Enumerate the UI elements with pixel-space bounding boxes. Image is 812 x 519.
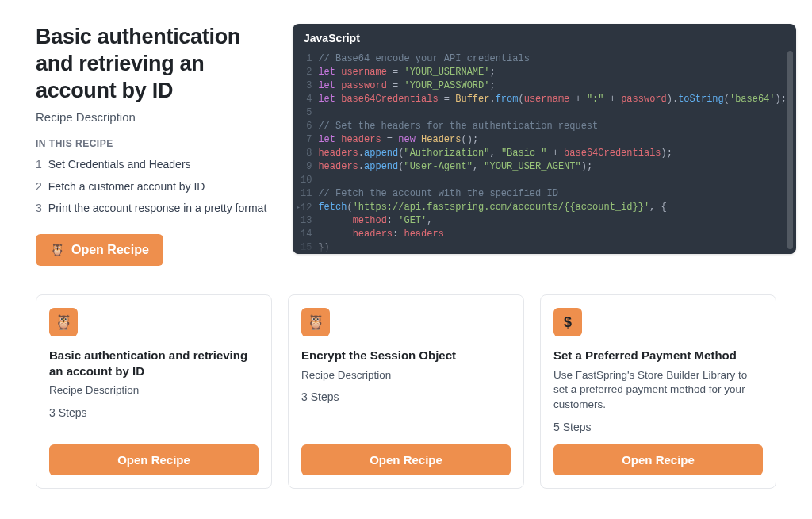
owl-icon: 🦉 (49, 308, 78, 336)
card-steps: 3 Steps (301, 390, 511, 403)
owl-icon: 🦉 (50, 243, 65, 257)
card-title: Basic authentication and retrieving an a… (49, 348, 259, 379)
card-title: Set a Preferred Payment Method (553, 348, 763, 363)
step-number: 1 (36, 157, 42, 173)
card-description: Recipe Description (301, 368, 511, 383)
card-steps: 5 Steps (553, 421, 763, 433)
card-steps: 3 Steps (49, 406, 259, 419)
step-label: Fetch a customer account by ID (48, 179, 205, 195)
step-number: 2 (36, 179, 42, 195)
card-title: Encrypt the Session Object (301, 348, 511, 363)
page-subtitle: Recipe Description (36, 110, 274, 124)
owl-icon: 🦉 (301, 308, 330, 336)
recipe-cards-row: 🦉 Basic authentication and retrieving an… (36, 294, 776, 489)
open-recipe-label: Open Recipe (71, 243, 149, 257)
code-editor: JavaScript 12345 678910 11▸12131415 // B… (293, 24, 796, 254)
card-description: Use FastSpring's Store Builder Library t… (553, 368, 763, 413)
open-recipe-button[interactable]: Open Recipe (49, 444, 259, 475)
step-item[interactable]: 1 Set Credentials and Headers (36, 157, 274, 173)
open-recipe-button[interactable]: Open Recipe (301, 444, 511, 475)
recipe-card: 🦉 Basic authentication and retrieving an… (36, 294, 272, 489)
page-title: Basic authentication and retrieving an a… (36, 24, 274, 104)
scrollbar-thumb[interactable] (787, 51, 793, 249)
recipe-summary: Basic authentication and retrieving an a… (36, 24, 274, 266)
code-lines: // Base64 encode your API credentials le… (318, 52, 796, 254)
open-recipe-button[interactable]: Open Recipe (553, 444, 763, 475)
step-item[interactable]: 3 Print the account response in a pretty… (36, 201, 274, 217)
dollar-icon: $ (553, 308, 582, 336)
line-gutter: 12345 678910 11▸12131415 (293, 52, 318, 254)
step-label: Print the account response in a pretty f… (48, 201, 266, 217)
recipe-card: 🦉 Encrypt the Session Object Recipe Desc… (288, 294, 524, 489)
open-recipe-button[interactable]: 🦉 Open Recipe (36, 234, 163, 266)
in-this-recipe-label: IN THIS RECIPE (36, 138, 274, 149)
code-body[interactable]: 12345 678910 11▸12131415 // Base64 encod… (293, 52, 796, 254)
recipe-card: $ Set a Preferred Payment Method Use Fas… (540, 294, 776, 489)
step-item[interactable]: 2 Fetch a customer account by ID (36, 179, 274, 195)
step-number: 3 (36, 201, 42, 217)
steps-list: 1 Set Credentials and Headers 2 Fetch a … (36, 157, 274, 217)
step-label: Set Credentials and Headers (48, 157, 191, 173)
code-language-tab[interactable]: JavaScript (293, 24, 796, 52)
card-description: Recipe Description (49, 383, 259, 398)
